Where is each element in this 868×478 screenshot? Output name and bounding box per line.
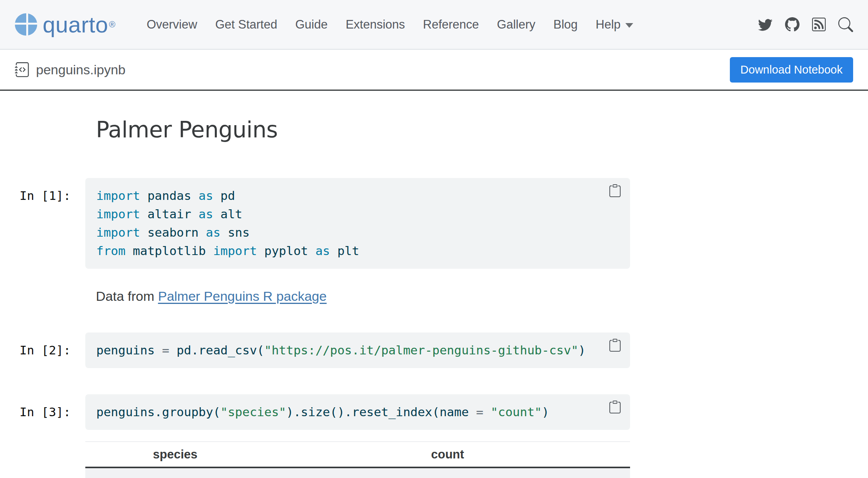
search-icon[interactable] [838,17,853,32]
code-cell: In [2]: penguins = pd.read_csv("https://… [0,332,630,368]
code-line: import seaborn as sns [96,223,619,242]
code-line: import pandas as pd [96,187,619,205]
download-notebook-button[interactable]: Download Notebook [730,57,853,83]
navbar-icons [758,17,853,32]
github-icon[interactable] [785,17,800,32]
nav-item-blog[interactable]: Blog [553,18,578,32]
navbar: quarto ® Overview Get Started Guide Exte… [0,0,868,50]
output-table: species count [85,441,630,478]
cell-execution-label: In [3]: [0,394,85,430]
table-header-species: species [85,442,265,467]
notebook-file-bar: penguins.ipynb Download Notebook [0,50,868,91]
code-line: penguins = pd.read_csv("https://pos.it/p… [96,341,619,359]
chevron-down-icon [625,23,633,28]
quarto-globe-icon [15,13,37,36]
quarto-logo[interactable]: quarto ® [15,11,115,38]
table-header-count: count [265,442,630,467]
nav-item-reference[interactable]: Reference [423,18,479,32]
copy-to-clipboard-button[interactable] [609,401,621,413]
nav-item-get-started[interactable]: Get Started [215,18,277,32]
nav-item-gallery[interactable]: Gallery [497,18,535,32]
code-line: penguins.groupby("species").size().reset… [96,403,619,421]
rss-icon[interactable] [812,18,826,31]
table-header-row: species count [85,442,630,467]
code-line: import altair as alt [96,205,619,223]
code-block: penguins.groupby("species").size().reset… [96,403,619,421]
notebook-content: Palmer Penguins In [1]: import pandas as… [0,116,630,478]
palmer-penguins-link[interactable]: Palmer Penguins R package [158,289,327,304]
markdown-paragraph: Data from Palmer Penguins R package [96,288,630,305]
journal-code-icon [15,62,30,77]
notebook-filename: penguins.ipynb [36,62,126,77]
nav-item-guide[interactable]: Guide [295,18,328,32]
page-title: Palmer Penguins [96,116,630,143]
cell-execution-label: In [2]: [0,332,85,368]
brand-wordmark: quarto [43,11,108,38]
code-line: from matplotlib import pyplot as plt [96,242,619,260]
code-block: import pandas as pdimport altair as alti… [96,187,619,260]
copy-to-clipboard-button[interactable] [609,339,621,352]
registered-mark: ® [109,20,115,30]
code-cell-source: import pandas as pdimport altair as alti… [85,178,630,269]
nav-item-help[interactable]: Help [596,18,633,32]
code-cell-source: penguins = pd.read_csv("https://pos.it/p… [85,332,630,368]
cell-execution-label: In [1]: [0,178,85,269]
nav-item-overview[interactable]: Overview [147,18,197,32]
code-cell: In [1]: import pandas as pdimport altair… [0,178,630,269]
twitter-icon[interactable] [758,17,773,32]
nav-item-extensions[interactable]: Extensions [346,18,405,32]
code-cell: In [3]: penguins.groupby("species").size… [0,394,630,430]
code-block: penguins = pd.read_csv("https://pos.it/p… [96,341,619,359]
primary-nav: Overview Get Started Guide Extensions Re… [147,18,633,32]
copy-to-clipboard-button[interactable] [609,184,621,197]
code-cell-source: penguins.groupby("species").size().reset… [85,394,630,430]
markdown-text: Data from [96,289,158,304]
table-row [85,467,630,478]
